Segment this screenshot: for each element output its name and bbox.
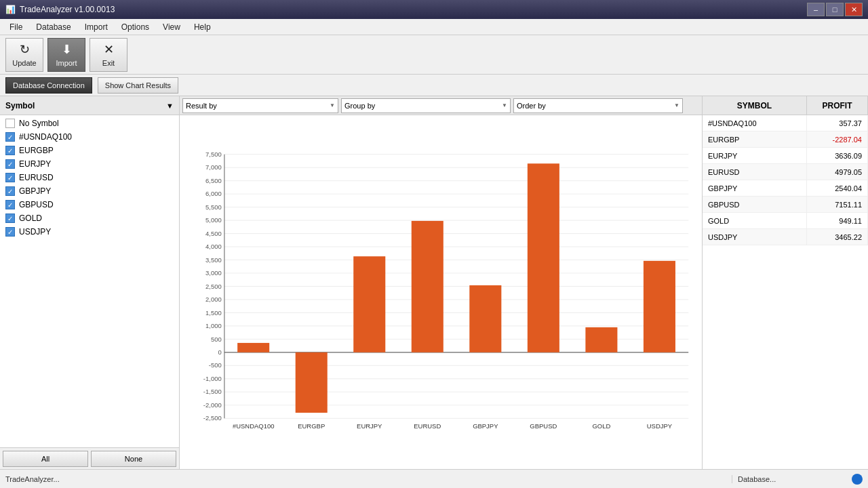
symbol-checkbox-gbpusd[interactable]: ✓ [5,200,15,209]
symbol-checkbox-gbpjpy[interactable]: ✓ [5,186,15,196]
status-right: Database... [732,474,868,485]
symbol-dropdown-arrow[interactable]: ▼ [166,102,174,110]
table-cell-profit: 357.37 [807,115,868,131]
table-cell-profit: 4979.05 [807,164,868,180]
table-row: GOLD949.11 [703,213,868,229]
group-by-dropdown[interactable]: Group by ▼ [341,98,511,113]
x-label-usndaq100: #USNDAQ100 [233,422,275,430]
svg-text:-1,000: -1,000 [203,375,222,382]
svg-text:6,500: 6,500 [205,177,222,184]
right-panel: SYMBOL PROFIT #USNDAQ100357.37EURGBP-228… [702,96,868,469]
result-by-dropdown[interactable]: Result by ▼ [182,98,338,113]
symbol-checkbox-usdjpy[interactable]: ✓ [5,227,15,237]
status-left: TradeAnalyzer... [0,475,732,483]
symbol-column-header: SYMBOL [703,96,807,115]
table-cell-profit: 2540.04 [807,180,868,196]
app-title: 📊 TradeAnalyzer v1.00.0013 [5,5,115,14]
bar-gold [585,327,617,352]
symbol-footer: All None [0,447,179,469]
statusbar: TradeAnalyzer... Database... [0,469,868,488]
symbol-label-gbpjpy: GBPJPY [19,186,51,196]
symbol-item-eurjpy[interactable]: ✓EURJPY [0,157,179,171]
order-by-dropdown[interactable]: Order by ▼ [513,98,683,113]
menu-file[interactable]: File [3,21,29,33]
bar-usdjpy [644,261,675,352]
menu-help[interactable]: Help [187,21,218,33]
table-row: USDJPY3465.22 [703,229,868,245]
bar-eurjpy [353,256,385,352]
bar-gbpusd [528,163,559,352]
close-button[interactable]: ✕ [845,3,863,16]
svg-text:-2,000: -2,000 [203,401,222,409]
table-cell-symbol: #USNDAQ100 [703,115,807,131]
exit-button[interactable]: ✕ Exit [90,38,127,72]
none-button[interactable]: None [91,451,176,467]
bar-chart-svg: 7,5007,0006,5006,0005,5005,0004,5004,000… [185,121,699,466]
x-label-gbpusd: GBPUSD [530,422,557,430]
svg-text:5,500: 5,500 [205,203,222,211]
symbol-item-gold[interactable]: ✓GOLD [0,211,179,225]
show-chart-button[interactable]: Show Chart Results [98,77,178,94]
symbol-checkbox-no-symbol[interactable] [5,119,15,128]
minimize-button[interactable]: – [807,3,825,16]
menu-import[interactable]: Import [78,21,115,33]
symbol-item-gbpusd[interactable]: ✓GBPUSD [0,198,179,211]
update-button[interactable]: ↻ Update [5,38,43,72]
symbol-item-gbpjpy[interactable]: ✓GBPJPY [0,184,179,198]
symbol-checkbox-eurjpy[interactable]: ✓ [5,159,15,169]
profit-column-header: PROFIT [807,96,868,115]
symbol-item-usndaq100[interactable]: ✓#USNDAQ100 [0,130,179,144]
all-button[interactable]: All [3,451,88,467]
menubar: File Database Import Options View Help [0,19,868,35]
table-row: GBPJPY2540.04 [703,180,868,197]
x-label-usdjpy: USDJPY [647,422,673,430]
svg-text:6,000: 6,000 [205,190,222,197]
svg-text:7,000: 7,000 [205,163,222,171]
symbol-item-usdjpy[interactable]: ✓USDJPY [0,225,179,239]
symbol-checkbox-eurgbp[interactable]: ✓ [5,146,15,155]
table-cell-symbol: USDJPY [703,229,807,245]
svg-text:3,000: 3,000 [205,269,222,277]
svg-text:0: 0 [218,348,221,356]
table-body: #USNDAQ100357.37EURGBP-2287.04EURJPY3636… [703,115,868,245]
order-by-arrow: ▼ [674,102,679,108]
result-by-arrow: ▼ [330,102,335,108]
symbol-list: No Symbol✓#USNDAQ100✓EURGBP✓EURJPY✓EURUS… [0,115,179,447]
menu-database[interactable]: Database [29,21,77,33]
x-label-eurgbp: EURGBP [298,422,325,430]
svg-text:5,000: 5,000 [205,216,222,224]
table-cell-symbol: GOLD [703,213,807,228]
svg-text:4,500: 4,500 [205,230,222,237]
svg-text:1,500: 1,500 [205,309,222,317]
import-button[interactable]: ⬇ Import [47,38,85,72]
symbol-item-no-symbol[interactable]: No Symbol [0,117,179,130]
table-cell-symbol: GBPJPY [703,180,807,196]
maximize-button[interactable]: □ [826,3,844,16]
svg-text:7,500: 7,500 [205,150,222,158]
menu-view[interactable]: View [156,21,187,33]
symbol-item-eurgbp[interactable]: ✓EURGBP [0,144,179,157]
symbol-checkbox-gold[interactable]: ✓ [5,214,15,223]
db-connection-button[interactable]: Database Connection [5,77,92,94]
svg-text:500: 500 [211,336,222,343]
symbol-label-gold: GOLD [19,214,42,223]
symbol-checkbox-eurusd[interactable]: ✓ [5,173,15,182]
titlebar: 📊 TradeAnalyzer v1.00.0013 – □ ✕ [0,0,868,19]
group-by-arrow: ▼ [502,102,507,108]
x-label-gbpjpy: GBPJPY [473,422,498,430]
symbol-checkbox-usndaq100[interactable]: ✓ [5,132,15,142]
app-icon: 📊 [5,5,16,14]
import-icon: ⬇ [62,42,72,57]
bar-eurusd [412,221,443,352]
table-cell-symbol: GBPUSD [703,197,807,212]
symbol-item-eurusd[interactable]: ✓EURUSD [0,171,179,184]
x-label-eurjpy: EURJPY [357,422,382,430]
svg-text:-500: -500 [209,361,222,369]
symbol-header: Symbol ▼ [0,96,179,115]
symbol-label-gbpusd: GBPUSD [19,200,54,209]
update-icon: ↻ [20,42,30,57]
menu-options[interactable]: Options [115,21,156,33]
svg-text:3,500: 3,500 [205,256,222,264]
symbol-label-no-symbol: No Symbol [19,119,59,128]
table-row: #USNDAQ100357.37 [703,115,868,131]
